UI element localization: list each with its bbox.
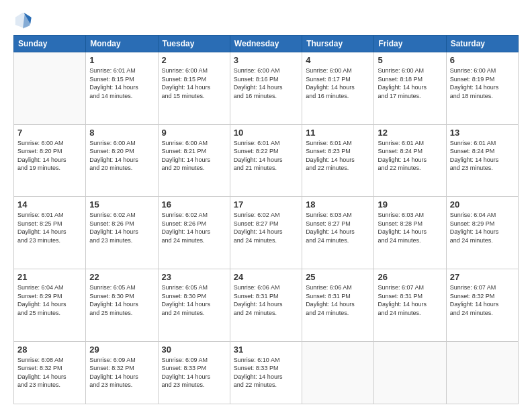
calendar-cell: 12Sunrise: 6:01 AM Sunset: 8:24 PM Dayli… <box>374 124 446 197</box>
calendar-cell: 15Sunrise: 6:02 AM Sunset: 8:26 PM Dayli… <box>86 197 158 269</box>
calendar-cell: 25Sunrise: 6:06 AM Sunset: 8:31 PM Dayli… <box>302 269 374 341</box>
calendar-cell: 7Sunrise: 6:00 AM Sunset: 8:20 PM Daylig… <box>14 124 86 197</box>
day-number: 20 <box>450 199 515 210</box>
day-info: Sunrise: 6:08 AM Sunset: 8:32 PM Dayligh… <box>17 356 82 390</box>
day-info: Sunrise: 6:09 AM Sunset: 8:32 PM Dayligh… <box>89 356 154 390</box>
calendar-cell <box>14 52 86 125</box>
calendar-cell: 16Sunrise: 6:02 AM Sunset: 8:26 PM Dayli… <box>158 197 230 269</box>
calendar-cell <box>302 341 374 404</box>
calendar-cell <box>446 341 518 404</box>
calendar-cell: 27Sunrise: 6:07 AM Sunset: 8:32 PM Dayli… <box>446 269 518 341</box>
day-info: Sunrise: 6:07 AM Sunset: 8:32 PM Dayligh… <box>450 283 515 317</box>
calendar-cell: 6Sunrise: 6:00 AM Sunset: 8:19 PM Daylig… <box>446 52 518 125</box>
day-number: 21 <box>17 272 82 282</box>
day-info: Sunrise: 6:01 AM Sunset: 8:24 PM Dayligh… <box>450 139 515 173</box>
day-number: 9 <box>162 128 226 138</box>
day-number: 22 <box>89 272 154 282</box>
day-number: 10 <box>234 128 298 138</box>
week-row-3: 14Sunrise: 6:01 AM Sunset: 8:25 PM Dayli… <box>14 197 519 269</box>
calendar-cell: 2Sunrise: 6:00 AM Sunset: 8:15 PM Daylig… <box>158 52 230 125</box>
day-number: 28 <box>17 345 82 355</box>
calendar-cell: 1Sunrise: 6:01 AM Sunset: 8:15 PM Daylig… <box>86 52 158 125</box>
calendar-cell: 22Sunrise: 6:05 AM Sunset: 8:30 PM Dayli… <box>86 269 158 341</box>
weekday-header-tuesday: Tuesday <box>158 36 230 52</box>
day-info: Sunrise: 6:09 AM Sunset: 8:33 PM Dayligh… <box>162 356 226 390</box>
day-number: 24 <box>234 272 298 282</box>
day-info: Sunrise: 6:03 AM Sunset: 8:28 PM Dayligh… <box>378 211 442 244</box>
day-info: Sunrise: 6:02 AM Sunset: 8:26 PM Dayligh… <box>162 211 226 244</box>
week-row-5: 28Sunrise: 6:08 AM Sunset: 8:32 PM Dayli… <box>14 341 519 404</box>
week-row-2: 7Sunrise: 6:00 AM Sunset: 8:20 PM Daylig… <box>14 124 519 197</box>
day-info: Sunrise: 6:04 AM Sunset: 8:29 PM Dayligh… <box>17 283 82 317</box>
day-number: 13 <box>450 128 515 138</box>
day-info: Sunrise: 6:00 AM Sunset: 8:21 PM Dayligh… <box>162 139 226 173</box>
weekday-header-saturday: Saturday <box>446 36 518 52</box>
day-info: Sunrise: 6:01 AM Sunset: 8:23 PM Dayligh… <box>306 139 370 173</box>
calendar-table: SundayMondayTuesdayWednesdayThursdayFrid… <box>13 35 519 404</box>
day-info: Sunrise: 6:01 AM Sunset: 8:25 PM Dayligh… <box>17 211 82 244</box>
day-info: Sunrise: 6:00 AM Sunset: 8:17 PM Dayligh… <box>306 66 370 100</box>
week-row-1: 1Sunrise: 6:01 AM Sunset: 8:15 PM Daylig… <box>14 52 519 125</box>
calendar-cell: 5Sunrise: 6:00 AM Sunset: 8:18 PM Daylig… <box>374 52 446 125</box>
day-info: Sunrise: 6:03 AM Sunset: 8:27 PM Dayligh… <box>306 211 370 244</box>
calendar-cell: 3Sunrise: 6:00 AM Sunset: 8:16 PM Daylig… <box>230 52 302 125</box>
day-number: 29 <box>89 345 154 355</box>
day-info: Sunrise: 6:07 AM Sunset: 8:31 PM Dayligh… <box>378 283 442 317</box>
day-info: Sunrise: 6:00 AM Sunset: 8:20 PM Dayligh… <box>89 139 154 173</box>
day-number: 30 <box>162 345 226 355</box>
calendar-cell: 24Sunrise: 6:06 AM Sunset: 8:31 PM Dayli… <box>230 269 302 341</box>
day-number: 1 <box>89 55 154 65</box>
day-info: Sunrise: 6:05 AM Sunset: 8:30 PM Dayligh… <box>162 283 226 317</box>
calendar-cell: 11Sunrise: 6:01 AM Sunset: 8:23 PM Dayli… <box>302 124 374 197</box>
calendar-cell <box>374 341 446 404</box>
day-info: Sunrise: 6:04 AM Sunset: 8:29 PM Dayligh… <box>450 211 515 244</box>
day-number: 8 <box>89 128 154 138</box>
day-number: 25 <box>306 272 370 282</box>
day-info: Sunrise: 6:02 AM Sunset: 8:26 PM Dayligh… <box>89 211 154 244</box>
calendar-cell: 10Sunrise: 6:01 AM Sunset: 8:22 PM Dayli… <box>230 124 302 197</box>
day-number: 23 <box>162 272 226 282</box>
calendar-cell: 21Sunrise: 6:04 AM Sunset: 8:29 PM Dayli… <box>14 269 86 341</box>
day-info: Sunrise: 6:01 AM Sunset: 8:22 PM Dayligh… <box>234 139 298 173</box>
calendar-cell: 8Sunrise: 6:00 AM Sunset: 8:20 PM Daylig… <box>86 124 158 197</box>
calendar-cell: 19Sunrise: 6:03 AM Sunset: 8:28 PM Dayli… <box>374 197 446 269</box>
day-info: Sunrise: 6:01 AM Sunset: 8:15 PM Dayligh… <box>89 66 154 100</box>
day-number: 14 <box>17 199 82 210</box>
day-info: Sunrise: 6:00 AM Sunset: 8:18 PM Dayligh… <box>378 66 442 100</box>
weekday-header-row: SundayMondayTuesdayWednesdayThursdayFrid… <box>14 36 519 52</box>
weekday-header-wednesday: Wednesday <box>230 36 302 52</box>
day-number: 3 <box>234 55 298 65</box>
header <box>13 11 519 30</box>
logo-icon <box>13 11 32 30</box>
weekday-header-sunday: Sunday <box>14 36 86 52</box>
day-number: 12 <box>378 128 442 138</box>
calendar-cell: 17Sunrise: 6:02 AM Sunset: 8:27 PM Dayli… <box>230 197 302 269</box>
day-number: 5 <box>378 55 442 65</box>
day-number: 26 <box>378 272 442 282</box>
day-number: 19 <box>378 199 442 210</box>
calendar-cell: 14Sunrise: 6:01 AM Sunset: 8:25 PM Dayli… <box>14 197 86 269</box>
calendar-cell: 29Sunrise: 6:09 AM Sunset: 8:32 PM Dayli… <box>86 341 158 404</box>
calendar-cell: 31Sunrise: 6:10 AM Sunset: 8:33 PM Dayli… <box>230 341 302 404</box>
logo <box>13 11 35 30</box>
calendar-cell: 20Sunrise: 6:04 AM Sunset: 8:29 PM Dayli… <box>446 197 518 269</box>
day-number: 17 <box>234 199 298 210</box>
day-info: Sunrise: 6:10 AM Sunset: 8:33 PM Dayligh… <box>234 356 298 390</box>
day-number: 7 <box>17 128 82 138</box>
day-number: 16 <box>162 199 226 210</box>
weekday-header-thursday: Thursday <box>302 36 374 52</box>
day-info: Sunrise: 6:06 AM Sunset: 8:31 PM Dayligh… <box>306 283 370 317</box>
day-info: Sunrise: 6:00 AM Sunset: 8:15 PM Dayligh… <box>162 66 226 100</box>
day-number: 6 <box>450 55 515 65</box>
day-info: Sunrise: 6:00 AM Sunset: 8:20 PM Dayligh… <box>17 139 82 173</box>
day-number: 11 <box>306 128 370 138</box>
weekday-header-monday: Monday <box>86 36 158 52</box>
day-info: Sunrise: 6:00 AM Sunset: 8:16 PM Dayligh… <box>234 66 298 100</box>
day-info: Sunrise: 6:02 AM Sunset: 8:27 PM Dayligh… <box>234 211 298 244</box>
day-info: Sunrise: 6:05 AM Sunset: 8:30 PM Dayligh… <box>89 283 154 317</box>
calendar-cell: 9Sunrise: 6:00 AM Sunset: 8:21 PM Daylig… <box>158 124 230 197</box>
calendar-cell: 4Sunrise: 6:00 AM Sunset: 8:17 PM Daylig… <box>302 52 374 125</box>
day-number: 15 <box>89 199 154 210</box>
calendar-cell: 30Sunrise: 6:09 AM Sunset: 8:33 PM Dayli… <box>158 341 230 404</box>
day-info: Sunrise: 6:06 AM Sunset: 8:31 PM Dayligh… <box>234 283 298 317</box>
